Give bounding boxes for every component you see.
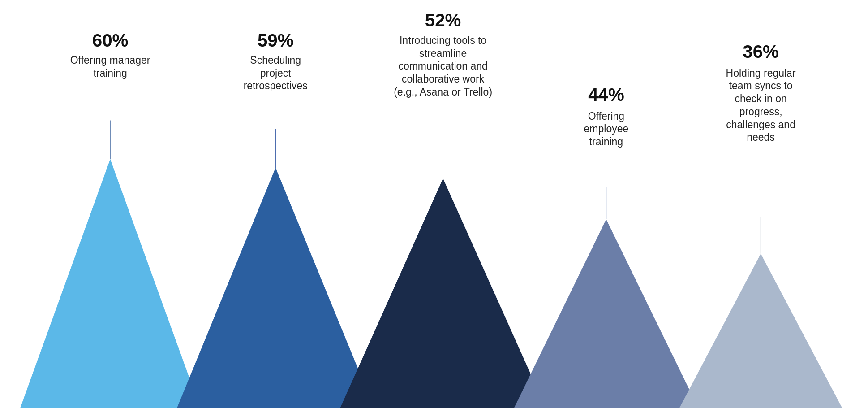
description-5a: Holding regular xyxy=(726,67,796,79)
description-2c: retrospectives xyxy=(244,80,308,91)
description-5d: progress, xyxy=(739,106,782,117)
percentage-4: 44% xyxy=(588,85,624,105)
description-4c: training xyxy=(589,136,623,148)
triangle-2 xyxy=(177,168,374,408)
description-1b: training xyxy=(93,67,127,79)
description-4a: Offering xyxy=(588,110,624,122)
description-5c: check in on xyxy=(735,93,786,104)
description-5f: needs xyxy=(747,131,775,143)
description-3e: (e.g., Asana or Trello) xyxy=(394,86,492,98)
percentage-2: 59% xyxy=(258,30,294,51)
description-2b: project xyxy=(260,67,292,79)
description-1: Offering manager xyxy=(70,54,150,66)
triangle-3 xyxy=(340,178,546,408)
description-3d: collaborative work xyxy=(402,73,485,85)
description-3b: streamline xyxy=(419,48,467,59)
percentage-5: 36% xyxy=(743,42,779,62)
percentage-1: 60% xyxy=(92,30,129,51)
description-5e: challenges and xyxy=(726,119,795,130)
description-3c: communication and xyxy=(398,60,487,72)
description-2a: Scheduling xyxy=(250,54,301,66)
description-4b: employee xyxy=(584,123,629,135)
triangle-1 xyxy=(20,159,201,408)
description-5b: team syncs to xyxy=(729,80,793,91)
percentage-3: 52% xyxy=(425,10,461,30)
chart-container: 60% Offering manager training 59% Schedu… xyxy=(0,0,868,417)
description-3a: Introducing tools to xyxy=(400,35,486,46)
triangle-4 xyxy=(514,219,698,408)
triangle-5 xyxy=(679,254,842,408)
